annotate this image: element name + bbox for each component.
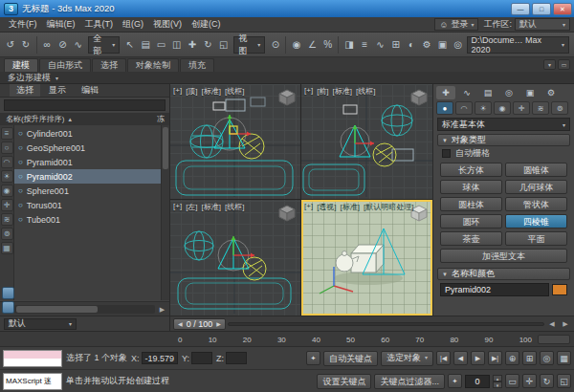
workspace-dropdown[interactable]: 默认 ▾ — [515, 18, 570, 31]
motion-tab-icon[interactable]: ◎ — [499, 86, 519, 99]
lights-category-icon[interactable]: ☀ — [475, 101, 492, 115]
pyramid-button-active[interactable]: 四棱锥 — [505, 214, 567, 229]
sign-in-button[interactable]: ☺ 登录 ▾ — [434, 18, 478, 31]
menu-item-edit[interactable]: 编辑(E) — [42, 17, 80, 32]
viewport-top[interactable]: [+] [顶] [标准] [线框] — [170, 84, 300, 199]
explorer-menu-edit[interactable]: 编辑 — [75, 84, 105, 97]
torus-button[interactable]: 圆环 — [440, 214, 502, 229]
display-bones-toggle[interactable]: ▦ — [1, 242, 13, 254]
previous-frame-button[interactable]: ◀ — [453, 351, 468, 365]
cameras-category-icon[interactable]: ◉ — [494, 101, 511, 115]
unlink-selection-button[interactable]: ⊘ — [55, 35, 70, 54]
scroll-right-icon[interactable]: ▶ — [156, 303, 168, 316]
sphere-button[interactable]: 球体 — [440, 180, 502, 194]
maxscript-mini-listener[interactable]: MAXScript 迷 — [3, 373, 62, 390]
viewcube[interactable] — [276, 87, 298, 108]
display-cameras-toggle[interactable]: ◉ — [1, 185, 13, 197]
zoom-icon[interactable]: ⊕ — [505, 351, 519, 365]
scrollbar-thumb[interactable] — [163, 127, 168, 169]
viewcube[interactable] — [408, 87, 430, 108]
list-item[interactable]: ○ Sphere001 — [14, 184, 169, 198]
modify-tab-icon[interactable]: ∿ — [457, 86, 476, 99]
zoom-all-icon[interactable]: ⊞ — [522, 351, 537, 365]
time-slider-handle[interactable]: ◀ 0 / 100 ▶ — [173, 318, 226, 330]
scrollbar-thumb[interactable] — [16, 306, 98, 313]
go-to-end-button[interactable]: ▶| — [488, 351, 502, 365]
set-keys-button[interactable]: ✦ — [306, 351, 320, 365]
teapot-button[interactable]: 茶壶 — [440, 231, 502, 246]
helpers-category-icon[interactable]: ✛ — [513, 101, 530, 115]
viewport-pov-label[interactable]: [前] — [317, 86, 328, 97]
selection-filter-dropdown[interactable]: 全部 ▾ — [88, 36, 120, 54]
align-button[interactable]: ≡ — [358, 35, 372, 54]
explorer-menu-select[interactable]: 选择 — [10, 84, 40, 97]
hierarchy-tab-icon[interactable]: ▤ — [478, 86, 497, 99]
systems-category-icon[interactable]: ⊚ — [551, 101, 568, 115]
object-name-field[interactable]: Pyramid002 — [440, 283, 549, 296]
ribbon-group-polygon-modeling[interactable]: 多边形建模 — [8, 72, 51, 84]
undo-button[interactable]: ↺ — [3, 35, 17, 54]
set-key-button[interactable]: 设置关键点 — [317, 374, 371, 389]
cone-button[interactable]: 圆锥体 — [505, 163, 567, 177]
viewport-perspective-active[interactable]: [+] [透视] [标准] [默认明暗处理] — [301, 200, 432, 316]
list-item[interactable]: ○ Pyramid001 — [14, 155, 169, 169]
utilities-tab-icon[interactable]: ⚙ — [541, 86, 561, 99]
z-coordinate-field[interactable] — [226, 352, 247, 364]
viewport-style-label[interactable]: [标准] — [341, 202, 360, 212]
viewport-style-label[interactable]: [标准] — [202, 202, 221, 212]
viewport-menu-plus[interactable]: [+] — [304, 202, 313, 212]
ribbon-tab-modeling[interactable]: 建模 — [4, 58, 38, 72]
spacewarps-category-icon[interactable]: ≋ — [532, 101, 549, 115]
search-input[interactable] — [4, 99, 166, 111]
auto-key-button[interactable]: 自动关键点 — [323, 351, 378, 366]
explorer-column-header[interactable]: 名称(按升序排序) ▲ 冻 — [0, 113, 169, 125]
object-color-swatch[interactable] — [552, 284, 567, 295]
go-to-start-button[interactable]: |◀ — [436, 351, 451, 365]
render-button[interactable]: ◎ — [451, 35, 465, 54]
viewport-style-label[interactable]: [标准] — [333, 86, 352, 97]
maximize-viewport-toggle-icon[interactable]: ◱ — [557, 374, 571, 388]
box-button[interactable]: 长方体 — [440, 163, 502, 177]
menu-item-create[interactable]: 创建(C) — [187, 17, 226, 32]
viewport-pov-label[interactable]: [左] — [186, 202, 197, 212]
ribbon-tab-object-paint[interactable]: 对象绘制 — [127, 58, 179, 72]
select-by-name-button[interactable]: ▤ — [139, 35, 153, 54]
text-plus-button[interactable]: 加强型文本 — [440, 249, 567, 263]
zoom-extents-icon[interactable]: ◎ — [540, 351, 554, 365]
spinner-up-icon[interactable]: ▴ — [493, 375, 502, 381]
menu-item-tools[interactable]: 工具(T) — [80, 17, 119, 32]
redo-button[interactable]: ↻ — [18, 35, 33, 54]
object-type-rollout-header[interactable]: ▼ 对象类型 — [437, 134, 570, 146]
viewport-pov-label[interactable]: [顶] — [186, 86, 197, 97]
list-item[interactable]: ○ Torus001 — [14, 198, 169, 212]
display-geometry-toggle[interactable]: ○ — [1, 142, 13, 154]
reference-coordinate-dropdown[interactable]: 视图 ▾ — [233, 36, 265, 54]
zoom-region-icon[interactable]: ▭ — [505, 374, 519, 388]
percent-snap-toggle-button[interactable]: % — [320, 35, 335, 54]
ribbon-minimize-icon[interactable]: ▾ — [543, 59, 556, 70]
track-bar[interactable]: 0 10 20 30 40 50 60 70 80 90 100 — [0, 331, 574, 346]
snaps-toggle-button[interactable]: ◉ — [289, 35, 303, 54]
curve-editor-button[interactable]: ∿ — [373, 35, 387, 54]
viewport-shading-label[interactable]: [线框] — [225, 202, 244, 212]
viewport-layout-tab-button[interactable] — [2, 287, 14, 299]
time-slider-track[interactable] — [228, 322, 544, 326]
orbit-icon[interactable]: ↻ — [540, 374, 554, 388]
list-item[interactable]: ○ Cylinder001 — [14, 126, 169, 141]
display-tab-icon[interactable]: ▣ — [520, 86, 540, 99]
bind-to-space-warp-button[interactable]: ∿ — [71, 35, 85, 54]
select-object-button[interactable]: ↖ — [122, 35, 137, 54]
cylinder-button[interactable]: 圆柱体 — [440, 197, 502, 211]
track-bar-end-button[interactable] — [538, 335, 570, 344]
key-filters-button[interactable]: 关键点过滤器... — [374, 374, 445, 389]
viewport-pov-label[interactable]: [透视] — [317, 202, 336, 212]
menu-item-file[interactable]: 文件(F) — [4, 17, 42, 32]
create-tab-icon[interactable]: ✚ — [436, 86, 455, 99]
plane-button[interactable]: 平面 — [505, 231, 567, 246]
select-and-move-button[interactable]: ✚ — [185, 35, 199, 54]
shapes-category-icon[interactable]: ◠ — [455, 101, 473, 115]
menu-item-group[interactable]: 组(G) — [118, 17, 148, 32]
geometry-category-icon[interactable]: ● — [436, 101, 453, 115]
viewport-shading-label[interactable]: [线框] — [356, 86, 375, 97]
viewport-layout-tab-button[interactable] — [2, 301, 14, 314]
